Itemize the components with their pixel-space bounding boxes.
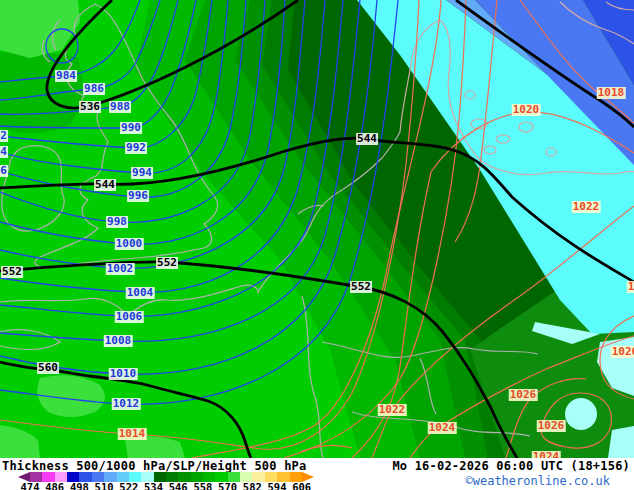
map-graphic [0,0,634,458]
slp-isobar-label-low: 984 [55,70,77,82]
legend-tick: 498 [70,481,89,490]
legend-tick: 582 [243,481,262,490]
height-contour-label: 552 [1,266,23,278]
copyright-credit: ©weatheronline.co.uk [466,474,611,488]
slp-isobar-label-low: 1004 [126,287,155,299]
slp-isobar-label-low: 994 [0,146,8,158]
legend-tick: 570 [218,481,237,490]
slp-isobar-label-low: 1008 [104,335,133,347]
slp-isobar-label-high: 1026 [537,420,566,432]
weather-map-screenshot: 5365445445525525525609849869889909929949… [0,0,634,490]
height-contour-label: 560 [37,362,59,374]
legend-tick: 606 [292,481,311,490]
slp-isobar-label-low: 1002 [106,263,135,275]
slp-isobar-label-high: 1020 [512,104,541,116]
height-contour-label: 544 [94,179,116,191]
slp-isobar-label-high: 1022 [572,201,601,213]
slp-isobar-label-high: 1014 [118,428,147,440]
slp-isobar-label-high: 1026 [611,346,634,358]
legend-tick: 558 [193,481,212,490]
valid-datetime: Mo 16-02-2026 06:00 UTC (18+156) [392,459,630,473]
slp-isobar-label-high: 1022 [627,281,634,293]
slp-isobar-label-low: 992 [125,142,147,154]
legend-tick: 534 [144,481,163,490]
slp-isobar-label-high: 1024 [532,451,561,458]
slp-isobar-label-low: 994 [131,167,153,179]
weather-map: 5365445445525525525609849869889909929949… [0,0,634,458]
slp-isobar-label-high: 1022 [378,404,407,416]
slp-isobar-label-low: 992 [0,130,8,142]
slp-isobar-label-low: 1012 [112,398,141,410]
legend-tick: 546 [169,481,188,490]
legend-tick: 486 [45,481,64,490]
slp-isobar-label-low: 996 [0,165,8,177]
legend-tick: 510 [95,481,114,490]
height-contour-label: 544 [356,133,378,145]
slp-isobar-label-low: 988 [109,101,131,113]
height-contour-label: 536 [79,101,101,113]
slp-isobar-label-high: 1018 [597,87,626,99]
legend-tick: 522 [119,481,138,490]
slp-isobar-label-low: 986 [83,83,105,95]
slp-isobar-label-low: 996 [127,190,149,202]
map-title: Thickness 500/1000 hPa/SLP/Height 500 hP… [2,459,306,473]
slp-isobar-label-low: 998 [106,216,128,228]
slp-isobar-label-high: 1026 [509,389,538,401]
legend-tick: 594 [268,481,287,490]
slp-isobar-label-low: 1010 [109,368,138,380]
slp-isobar-label-high: 1024 [428,422,457,434]
height-contour-label: 552 [156,257,178,269]
height-contour-label: 552 [350,281,372,293]
legend-tick: 474 [21,481,40,490]
slp-isobar-label-low: 990 [120,122,142,134]
footer: Thickness 500/1000 hPa/SLP/Height 500 hP… [0,458,634,490]
slp-isobar-label-low: 1006 [115,311,144,323]
slp-isobar-label-low: 1000 [115,238,144,250]
